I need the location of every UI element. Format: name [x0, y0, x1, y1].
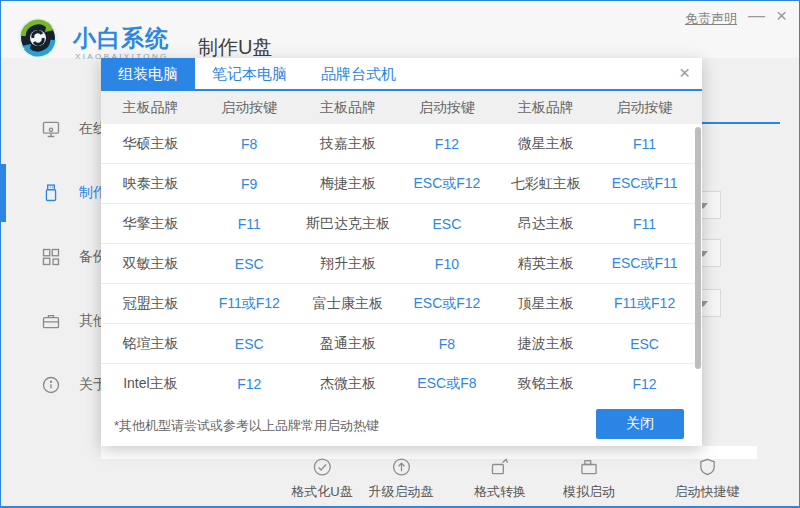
simulate-monitor-icon: [579, 457, 599, 477]
boot-hotkey-dialog: 组装电脑 笔记本电脑 品牌台式机 × 主板品牌 启动按键 主板品牌 启动按键 主…: [101, 58, 702, 446]
column-header: 启动按键: [595, 99, 694, 117]
brand-cell: Intel主板: [101, 375, 200, 393]
toolbar-label: 格式转换: [474, 483, 526, 501]
dialog-tabs: 组装电脑 笔记本电脑 品牌台式机: [101, 58, 702, 91]
dialog-close-icon[interactable]: ×: [679, 62, 690, 84]
grid-icon: [41, 247, 61, 267]
toolbar-format-usb[interactable]: 格式化U盘: [291, 457, 352, 501]
brand-cell: 致铭主板: [496, 375, 595, 393]
table-header: 主板品牌 启动按键 主板品牌 启动按键 主板品牌 启动按键: [101, 91, 702, 124]
key-cell: ESC或F11: [595, 175, 694, 193]
key-cell: ESC: [595, 336, 694, 352]
column-header: 主板品牌: [101, 99, 200, 117]
column-header: 启动按键: [398, 99, 497, 117]
brand-cell: 映泰主板: [101, 175, 200, 193]
sidebar-item-backup[interactable]: 备份: [1, 237, 101, 277]
background-tab-underline: [700, 122, 780, 124]
brand-cell: 富士康主板: [299, 295, 398, 313]
table-row: Intel主板 F12 杰微主板 ESC或F8 致铭主板 F12: [101, 364, 702, 404]
toolbar-label: 升级启动盘: [369, 483, 434, 501]
brand-cell: 盈通主板: [299, 335, 398, 353]
usb-drive-icon: [41, 183, 61, 203]
brand-cell: 顶星主板: [496, 295, 595, 313]
toolbar-label: 格式化U盘: [291, 483, 352, 501]
tab-laptop[interactable]: 笔记本电脑: [195, 58, 304, 89]
column-header: 主板品牌: [496, 99, 595, 117]
brand-name: 小白系统: [73, 23, 169, 54]
brand-cell: 铭瑄主板: [101, 335, 200, 353]
key-cell: ESC或F12: [398, 295, 497, 313]
toolbar-label: 模拟启动: [563, 483, 615, 501]
key-cell: F9: [200, 176, 299, 192]
minimize-button[interactable]: —: [748, 6, 765, 26]
key-cell: F12: [200, 376, 299, 392]
toolbar-label: 启动快捷键: [675, 483, 740, 501]
table-row: 铭瑄主板 ESC 盈通主板 F8 捷波主板 ESC: [101, 324, 702, 364]
footnote: *其他机型请尝试或参考以上品牌常用启动热键: [114, 417, 379, 435]
app-logo-icon: [17, 17, 59, 59]
column-header: 主板品牌: [299, 99, 398, 117]
table-row: 映泰主板 F9 梅捷主板 ESC或F12 七彩虹主板 ESC或F11: [101, 164, 702, 204]
window-close-button[interactable]: ×: [776, 6, 787, 26]
check-circle-icon: [312, 457, 332, 477]
briefcase-icon: [41, 311, 61, 331]
key-cell: F11: [595, 216, 694, 232]
brand-cell: 昂达主板: [496, 215, 595, 233]
key-cell: F11或F12: [595, 295, 694, 313]
app-window: 小白系统 XIAOBAIXITONG 制作U盘 免责声明 — × 在线 制作 备…: [0, 0, 800, 508]
upgrade-circle-icon: [391, 457, 411, 477]
page-title: 制作U盘: [198, 34, 272, 61]
toolbar-upgrade-boot-disk[interactable]: 升级启动盘: [369, 457, 434, 501]
sidebar-item-about[interactable]: 关于: [1, 365, 101, 405]
sidebar-item-other[interactable]: 其他: [1, 301, 101, 341]
key-cell: ESC: [200, 336, 299, 352]
brand-cell: 七彩虹主板: [496, 175, 595, 193]
brand-cell: 华硕主板: [101, 135, 200, 153]
brand-cell: 双敏主板: [101, 255, 200, 273]
toolbar-boot-hotkey[interactable]: 启动快捷键: [675, 457, 740, 501]
key-cell: F10: [398, 256, 497, 272]
key-cell: ESC或F8: [398, 375, 497, 393]
sidebar-item-make-usb[interactable]: 制作: [1, 173, 101, 213]
table-row: 华硕主板 F8 技嘉主板 F12 微星主板 F11: [101, 124, 702, 164]
brand-cell: 梅捷主板: [299, 175, 398, 193]
column-header: 启动按键: [200, 99, 299, 117]
key-cell: ESC或F11: [595, 255, 694, 273]
key-cell: ESC或F12: [398, 175, 497, 193]
key-cell: F8: [200, 136, 299, 152]
brand-cell: 翔升主板: [299, 255, 398, 273]
table-row: 华擎主板 F11 斯巴达克主板 ESC 昂达主板 F11: [101, 204, 702, 244]
key-cell: ESC: [200, 256, 299, 272]
convert-icon: [490, 457, 510, 477]
key-cell: F12: [398, 136, 497, 152]
brand-cell: 华擎主板: [101, 215, 200, 233]
sidebar-item-online[interactable]: 在线: [1, 109, 101, 149]
brand-cell: 微星主板: [496, 135, 595, 153]
tab-assembled-pc[interactable]: 组装电脑: [101, 58, 195, 89]
key-cell: F11: [200, 216, 299, 232]
brand-cell: 斯巴达克主板: [299, 215, 398, 233]
dialog-footer: *其他机型请尝试或参考以上品牌常用启动热键 关闭: [101, 403, 702, 446]
info-icon: [41, 375, 61, 395]
titlebar: 小白系统 XIAOBAIXITONG 制作U盘 免责声明 — ×: [1, 1, 799, 58]
dialog-close-button[interactable]: 关闭: [596, 409, 684, 439]
tab-brand-desktop[interactable]: 品牌台式机: [304, 58, 413, 89]
key-cell: F8: [398, 336, 497, 352]
brand-cell: 精英主板: [496, 255, 595, 273]
disclaimer-link[interactable]: 免责声明: [685, 10, 737, 28]
key-cell: F11: [595, 136, 694, 152]
toolbar-format-convert[interactable]: 格式转换: [474, 457, 526, 501]
table-row: 冠盟主板 F11或F12 富士康主板 ESC或F12 顶星主板 F11或F12: [101, 284, 702, 324]
brand-cell: 捷波主板: [496, 335, 595, 353]
scrollbar-thumb[interactable]: [695, 127, 701, 369]
key-cell: F11或F12: [200, 295, 299, 313]
table-row: 双敏主板 ESC 翔升主板 F10 精英主板 ESC或F11: [101, 244, 702, 284]
toolbar-simulate-boot[interactable]: 模拟启动: [563, 457, 615, 501]
brand-cell: 冠盟主板: [101, 295, 200, 313]
brand-cell: 杰微主板: [299, 375, 398, 393]
brand-cell: 技嘉主板: [299, 135, 398, 153]
shield-icon: [697, 457, 717, 477]
key-cell: F12: [595, 376, 694, 392]
monitor-icon: [41, 119, 61, 139]
key-cell: ESC: [398, 216, 497, 232]
